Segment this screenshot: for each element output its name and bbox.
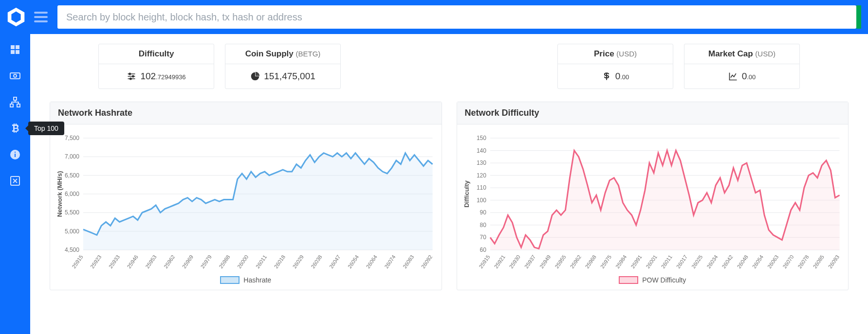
legend-hashrate-label: Hashrate [243,276,271,284]
svg-text:6,000: 6,000 [65,191,79,197]
svg-text:25921: 25921 [493,254,506,269]
svg-text:25962: 25962 [569,254,582,269]
svg-text:26074: 26074 [383,254,396,269]
svg-text:26083: 26083 [402,254,415,269]
charts-row: Network Hashrate 4,5005,0005,5006,0006,5… [50,102,849,290]
chart-difficulty-title: Network Difficulty [457,102,849,124]
line-chart-icon [728,71,738,81]
svg-text:6,500: 6,500 [65,172,79,179]
pie-chart-icon [250,71,260,81]
chart-hashrate: Network Hashrate 4,5005,0005,5006,0006,5… [50,102,442,290]
svg-text:25923: 25923 [89,254,102,269]
legend-box-icon [220,276,240,284]
stats-row: Difficulty 102.72949936 Coin Supply (BET… [98,44,800,89]
chart-difficulty: Network Difficulty 607080901001101201301… [457,102,849,290]
card-supply: Coin Supply (BETG) 151,475,001 [225,44,341,89]
svg-rect-4 [17,104,20,107]
legend-box-icon [619,276,638,284]
svg-rect-0 [10,73,20,79]
svg-text:25984: 25984 [614,254,628,269]
menu-toggle-icon[interactable] [34,12,48,22]
svg-text:25937: 25937 [523,254,536,269]
legend-difficulty-label: POW Difficulty [642,276,686,284]
tooltip-top100: Top 100 [28,122,64,135]
svg-rect-2 [14,97,17,100]
card-supply-sub: (BETG) [296,50,321,58]
svg-text:25975: 25975 [599,254,612,269]
svg-text:26054: 26054 [751,254,764,269]
svg-text:26038: 26038 [310,254,323,269]
svg-text:26000: 26000 [236,254,249,269]
svg-text:26029: 26029 [291,254,304,269]
top-bar [0,0,868,34]
chart-hashrate-svg: 4,5005,0005,5006,0006,5007,0007,50025915… [54,133,438,274]
search-submit-button[interactable] [856,5,861,29]
card-price: Price (USD) 0.00 [557,44,673,89]
svg-text:25955: 25955 [554,254,567,269]
svg-text:90: 90 [480,209,486,216]
svg-text:25988: 25988 [218,254,231,269]
svg-text:25915: 25915 [478,254,491,269]
difficulty-dec: .72949936 [156,73,185,81]
svg-text:25946: 25946 [126,254,139,269]
svg-text:5,500: 5,500 [65,209,79,216]
svg-text:5,000: 5,000 [65,228,79,235]
svg-text:7,500: 7,500 [65,135,79,141]
info-icon[interactable] [6,147,24,162]
svg-point-1 [14,74,17,77]
svg-text:26034: 26034 [705,254,719,269]
card-mcap-sub: (USD) [755,50,776,58]
mcap-int: 0 [742,71,747,81]
search-input[interactable] [57,5,856,29]
network-icon[interactable] [6,94,24,110]
svg-text:26063: 26063 [766,254,779,269]
svg-text:25968: 25968 [584,254,597,269]
bitcoin-icon[interactable]: Top 100 [6,121,24,136]
svg-text:25962: 25962 [163,254,176,269]
sliders-icon [127,71,136,81]
svg-text:26001: 26001 [645,254,658,269]
svg-text:25930: 25930 [508,254,521,269]
svg-rect-7 [15,152,16,153]
card-mcap-title: Market Cap [708,49,755,58]
svg-text:100: 100 [476,197,486,204]
mcap-dec: .00 [747,73,756,81]
brand-logo-icon[interactable] [5,6,27,28]
svg-text:25915: 25915 [71,254,84,269]
close-box-icon[interactable] [6,173,24,189]
card-difficulty-title: Difficulty [99,44,214,64]
card-mcap: Market Cap (USD) 0.00 [684,44,800,89]
svg-text:26011: 26011 [255,254,268,269]
svg-text:26093: 26093 [827,254,840,269]
svg-text:26054: 26054 [347,254,360,269]
card-difficulty: Difficulty 102.72949936 [98,44,214,89]
svg-text:26092: 26092 [420,254,433,269]
difficulty-int: 102 [140,71,156,81]
svg-text:26048: 26048 [736,254,749,269]
svg-text:26018: 26018 [273,254,286,269]
svg-text:26064: 26064 [365,254,378,269]
svg-text:70: 70 [480,234,486,241]
card-price-title: Price [594,49,616,58]
chart-difficulty-svg: 6070809010011012013014015025915259212593… [461,133,845,274]
svg-rect-6 [15,154,16,157]
svg-text:26011: 26011 [660,254,673,269]
svg-rect-3 [10,104,13,107]
svg-text:25953: 25953 [144,254,157,269]
money-icon[interactable] [6,68,24,84]
svg-text:Difficulty: Difficulty [462,180,470,207]
blocks-icon[interactable] [6,42,24,57]
chart-hashrate-title: Network Hashrate [50,102,442,124]
svg-text:26025: 26025 [690,254,703,269]
price-dec: .00 [620,73,629,81]
chart-hashrate-legend: Hashrate [54,276,438,284]
svg-text:26085: 26085 [812,254,825,269]
svg-text:7,000: 7,000 [65,153,79,160]
svg-point-9 [129,73,130,74]
chart-difficulty-legend: POW Difficulty [461,276,845,284]
dollar-icon [602,71,611,81]
svg-text:25969: 25969 [181,254,194,269]
svg-text:26017: 26017 [675,254,688,269]
svg-point-10 [132,75,134,77]
card-price-sub: (USD) [616,50,637,58]
